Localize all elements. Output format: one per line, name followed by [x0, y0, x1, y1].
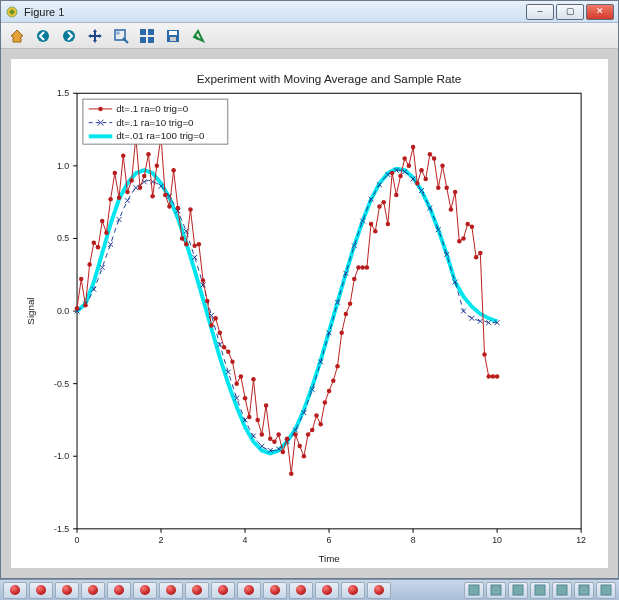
svg-text:1.0: 1.0	[57, 161, 69, 171]
tray-icon-5[interactable]	[574, 582, 594, 599]
taskbar-app-5[interactable]	[133, 582, 157, 599]
svg-point-42	[79, 277, 84, 282]
svg-point-107	[352, 277, 357, 282]
svg-point-129	[444, 185, 449, 190]
subplots-icon[interactable]	[137, 26, 157, 46]
svg-point-51	[117, 196, 122, 201]
svg-point-136	[474, 255, 479, 260]
taskbar-app-0[interactable]	[3, 582, 27, 599]
svg-point-125	[428, 152, 433, 157]
home-icon[interactable]	[7, 26, 27, 46]
svg-point-75	[218, 331, 223, 336]
titlebar[interactable]: Figure 1 – ▢ ✕	[1, 1, 618, 23]
svg-text:dt=.01 ra=100 trig=0: dt=.01 ra=100 trig=0	[116, 130, 205, 141]
svg-point-78	[230, 360, 235, 365]
close-button[interactable]: ✕	[586, 4, 614, 20]
chart-title: Experiment with Moving Average and Sampl…	[197, 72, 462, 85]
svg-text:dt=.1 ra=10 trig=0: dt=.1 ra=10 trig=0	[116, 117, 194, 128]
save-icon[interactable]	[163, 26, 183, 46]
svg-rect-156	[601, 585, 611, 595]
svg-point-86	[264, 403, 269, 408]
svg-rect-12	[77, 93, 581, 529]
svg-point-64	[171, 168, 176, 173]
svg-point-111	[369, 222, 374, 227]
svg-point-67	[184, 242, 189, 247]
svg-text:-0.5: -0.5	[54, 379, 69, 389]
taskbar-app-1[interactable]	[29, 582, 53, 599]
maximize-button[interactable]: ▢	[556, 4, 584, 20]
svg-point-93	[293, 432, 298, 437]
taskbar-app-12[interactable]	[315, 582, 339, 599]
tray-icon-1[interactable]	[486, 582, 506, 599]
forward-icon[interactable]	[59, 26, 79, 46]
svg-point-74	[213, 316, 218, 321]
taskbar-app-6[interactable]	[159, 582, 183, 599]
svg-point-127	[436, 185, 441, 190]
svg-point-123	[419, 168, 424, 173]
svg-point-87	[268, 437, 273, 442]
svg-text:dt=.1 ra=0 trig=0: dt=.1 ra=0 trig=0	[116, 103, 189, 114]
axes[interactable]: 024681012-1.5-1.0-0.50.00.51.01.5Experim…	[11, 59, 608, 568]
taskbar-app-7[interactable]	[185, 582, 209, 599]
svg-point-91	[285, 437, 290, 442]
svg-point-95	[302, 454, 307, 459]
svg-point-144	[98, 107, 103, 112]
taskbar[interactable]	[0, 579, 619, 600]
svg-text:10: 10	[492, 535, 502, 545]
tray-icon-2[interactable]	[508, 582, 528, 599]
svg-point-47	[100, 219, 105, 224]
svg-point-84	[255, 418, 260, 423]
svg-rect-7	[140, 37, 146, 43]
svg-point-121	[411, 145, 416, 150]
svg-point-112	[373, 229, 378, 234]
svg-point-104	[339, 331, 344, 336]
edit-icon[interactable]	[189, 26, 209, 46]
svg-point-109	[360, 265, 365, 270]
tray-icon-6[interactable]	[596, 582, 616, 599]
tray-icon-4[interactable]	[552, 582, 572, 599]
taskbar-app-9[interactable]	[237, 582, 261, 599]
svg-point-114	[381, 200, 386, 205]
svg-point-92	[289, 471, 294, 476]
taskbar-app-14[interactable]	[367, 582, 391, 599]
back-icon[interactable]	[33, 26, 53, 46]
tray-icon-3[interactable]	[530, 582, 550, 599]
svg-point-115	[386, 222, 391, 227]
svg-point-45	[92, 241, 97, 246]
svg-point-80	[239, 374, 244, 379]
pan-icon[interactable]	[85, 26, 105, 46]
svg-point-133	[461, 236, 466, 241]
svg-point-41	[75, 306, 80, 311]
app-icon	[5, 5, 19, 19]
taskbar-app-3[interactable]	[81, 582, 105, 599]
zoom-icon[interactable]	[111, 26, 131, 46]
svg-point-90	[281, 450, 286, 455]
svg-point-110	[365, 265, 370, 270]
svg-point-98	[314, 413, 319, 418]
svg-point-119	[402, 156, 407, 161]
svg-point-85	[260, 432, 265, 437]
svg-text:0.5: 0.5	[57, 233, 69, 243]
svg-text:6: 6	[327, 535, 332, 545]
svg-point-70	[197, 242, 202, 247]
svg-text:2: 2	[159, 535, 164, 545]
svg-text:0.0: 0.0	[57, 306, 69, 316]
taskbar-app-13[interactable]	[341, 582, 365, 599]
taskbar-app-11[interactable]	[289, 582, 313, 599]
taskbar-app-8[interactable]	[211, 582, 235, 599]
svg-point-57	[142, 174, 147, 179]
taskbar-app-2[interactable]	[55, 582, 79, 599]
svg-point-116	[390, 171, 395, 176]
figure-window: Figure 1 – ▢ ✕	[0, 0, 619, 579]
taskbar-app-10[interactable]	[263, 582, 287, 599]
svg-point-44	[87, 262, 92, 267]
svg-point-81	[243, 396, 248, 401]
svg-point-122	[415, 181, 420, 186]
svg-point-108	[356, 265, 361, 270]
taskbar-app-4[interactable]	[107, 582, 131, 599]
svg-rect-152	[513, 585, 523, 595]
minimize-button[interactable]: –	[526, 4, 554, 20]
svg-point-130	[449, 207, 454, 212]
svg-rect-155	[579, 585, 589, 595]
tray-icon-0[interactable]	[464, 582, 484, 599]
